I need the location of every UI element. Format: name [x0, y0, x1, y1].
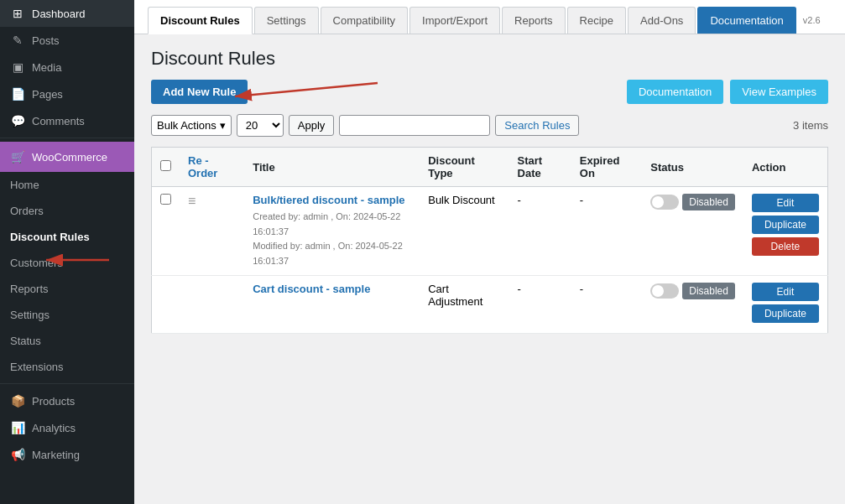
- sidebar-item-settings[interactable]: Settings: [0, 302, 134, 328]
- media-icon: ▣: [10, 60, 25, 74]
- th-title: Title: [244, 148, 420, 187]
- row1-edit-button[interactable]: Edit: [752, 194, 819, 212]
- sidebar-item-label: Comments: [32, 115, 85, 127]
- tab-navigation: Discount Rules Settings Compatibility Im…: [134, 0, 845, 34]
- row1-delete-button[interactable]: Delete: [752, 237, 819, 256]
- row1-checkbox[interactable]: [160, 194, 171, 205]
- row2-slider: [650, 283, 679, 299]
- search-input[interactable]: [339, 115, 490, 136]
- sidebar-item-woocommerce[interactable]: 🛒 WooCommerce: [0, 142, 134, 172]
- sidebar-item-customers[interactable]: Customers: [0, 250, 134, 276]
- page-title: Discount Rules: [151, 48, 828, 70]
- sidebar-item-label: Discount Rules: [10, 231, 90, 243]
- tab-discount-rules[interactable]: Discount Rules: [148, 7, 253, 34]
- table-row: ≡ Bulk/tiered discount - sample Created …: [152, 187, 828, 276]
- version-label: v2.6: [798, 8, 826, 32]
- row2-checkbox-cell: [152, 276, 180, 334]
- tab-reports[interactable]: Reports: [502, 7, 566, 34]
- row2-reorder-cell: [180, 276, 244, 334]
- row2-toggle-label[interactable]: [650, 283, 679, 299]
- analytics-icon: 📊: [10, 421, 25, 434]
- row1-title-cell: Bulk/tiered discount - sample Created by…: [244, 187, 420, 276]
- sidebar-item-discount-rules[interactable]: Discount Rules: [0, 224, 134, 250]
- sidebar: ⊞ Dashboard ✎ Posts ▣ Media 📄 Pages 💬 Co…: [0, 0, 134, 504]
- sidebar-item-orders[interactable]: Orders: [0, 198, 134, 224]
- sidebar-item-comments[interactable]: 💬 Comments: [0, 107, 134, 134]
- row2-expired-on: -: [571, 276, 642, 334]
- items-count: 3 items: [793, 119, 828, 132]
- row1-title-link[interactable]: Bulk/tiered discount - sample: [253, 194, 411, 206]
- apply-button[interactable]: Apply: [289, 115, 335, 136]
- row2-status-cell: Disabled: [642, 276, 743, 334]
- search-rules-button[interactable]: Search Rules: [495, 115, 579, 136]
- row2-edit-button[interactable]: Edit: [752, 283, 819, 301]
- sidebar-item-pages[interactable]: 📄 Pages: [0, 81, 134, 107]
- th-reorder[interactable]: Re - Order: [180, 148, 244, 187]
- sidebar-item-reports[interactable]: Reports: [0, 276, 134, 302]
- sidebar-item-home[interactable]: Home: [0, 172, 134, 198]
- per-page-select[interactable]: 20 50 100: [237, 114, 284, 137]
- sidebar-item-label: Orders: [10, 205, 44, 217]
- content-area: Discount Rules Add New Rule Documentatio…: [134, 34, 845, 347]
- sidebar-item-label: Home: [10, 179, 39, 191]
- row2-status-button[interactable]: Disabled: [682, 283, 735, 299]
- svg-line-1: [235, 83, 378, 96]
- row1-meta-modified: Modified by: admin , On: 2024-05-22 16:0…: [253, 239, 411, 268]
- th-action: Action: [743, 148, 828, 187]
- row1-duplicate-button[interactable]: Duplicate: [752, 216, 819, 234]
- documentation-button[interactable]: Documentation: [627, 80, 723, 104]
- sidebar-item-label: Posts: [32, 34, 60, 47]
- row2-start-date: -: [509, 276, 571, 334]
- row1-slider: [650, 195, 679, 210]
- sidebar-item-dashboard[interactable]: ⊞ Dashboard: [0, 0, 134, 27]
- th-start-date: Start Date: [509, 148, 571, 187]
- tab-add-ons[interactable]: Add-Ons: [628, 7, 696, 34]
- row1-status-toggle: Disabled: [650, 194, 735, 210]
- pages-icon: 📄: [10, 87, 25, 101]
- row1-meta-created: Created by: admin , On: 2024-05-22 16:01…: [253, 210, 411, 239]
- sidebar-item-label: Extensions: [10, 361, 64, 373]
- chevron-down-icon: ▾: [220, 119, 226, 132]
- sidebar-item-label: Dashboard: [32, 8, 86, 20]
- sidebar-item-analytics[interactable]: 📊 Analytics: [0, 414, 134, 441]
- sidebar-item-marketing[interactable]: 📢 Marketing: [0, 441, 134, 468]
- sidebar-item-status[interactable]: Status: [0, 328, 134, 354]
- sidebar-item-label: Status: [10, 335, 41, 347]
- sidebar-item-media[interactable]: ▣ Media: [0, 54, 134, 81]
- row1-toggle-label[interactable]: [650, 195, 679, 210]
- select-all-checkbox[interactable]: [160, 160, 171, 171]
- sidebar-item-label: Pages: [32, 88, 63, 101]
- tab-compatibility[interactable]: Compatibility: [321, 7, 408, 34]
- posts-icon: ✎: [10, 34, 25, 47]
- products-icon: 📦: [10, 394, 25, 408]
- annotation-arrow: [227, 75, 378, 108]
- row1-discount-type: Bulk Discount: [420, 187, 509, 276]
- reorder-handle[interactable]: ≡: [188, 194, 196, 208]
- tab-recipe[interactable]: Recipe: [567, 7, 626, 34]
- table-row: Cart discount - sample Cart Adjustment -…: [152, 276, 828, 334]
- th-expired-on: Expired On: [571, 148, 642, 187]
- row1-reorder-cell: ≡: [180, 187, 244, 276]
- discount-rules-table: Re - Order Title Discount Type Start Dat…: [151, 147, 828, 334]
- sidebar-item-label: WooCommerce: [32, 151, 107, 164]
- row1-start-date: -: [509, 187, 571, 276]
- sidebar-item-posts[interactable]: ✎ Posts: [0, 27, 134, 54]
- bulk-actions-select[interactable]: Bulk Actions ▾: [151, 115, 232, 136]
- row1-status-button[interactable]: Disabled: [682, 194, 735, 210]
- row1-actions-cell: Edit Duplicate Delete: [743, 187, 828, 276]
- filter-row: Bulk Actions ▾ 20 50 100 Apply Search Ru…: [151, 114, 828, 137]
- tab-settings[interactable]: Settings: [254, 7, 319, 34]
- sidebar-item-products[interactable]: 📦 Products: [0, 387, 134, 414]
- row2-duplicate-button[interactable]: Duplicate: [752, 304, 819, 323]
- tab-import-export[interactable]: Import/Export: [409, 7, 500, 34]
- main-content: Discount Rules Settings Compatibility Im…: [134, 0, 845, 504]
- row2-status-toggle: Disabled: [650, 283, 735, 299]
- tab-documentation[interactable]: Documentation: [697, 7, 795, 34]
- view-examples-button[interactable]: View Examples: [730, 80, 828, 104]
- th-checkbox: [152, 148, 180, 187]
- row2-title-link[interactable]: Cart discount - sample: [253, 283, 411, 295]
- sidebar-item-extensions[interactable]: Extensions: [0, 354, 134, 380]
- add-new-rule-button[interactable]: Add New Rule: [151, 80, 248, 104]
- sidebar-item-label: Reports: [10, 283, 49, 295]
- sidebar-item-label: Marketing: [32, 449, 80, 461]
